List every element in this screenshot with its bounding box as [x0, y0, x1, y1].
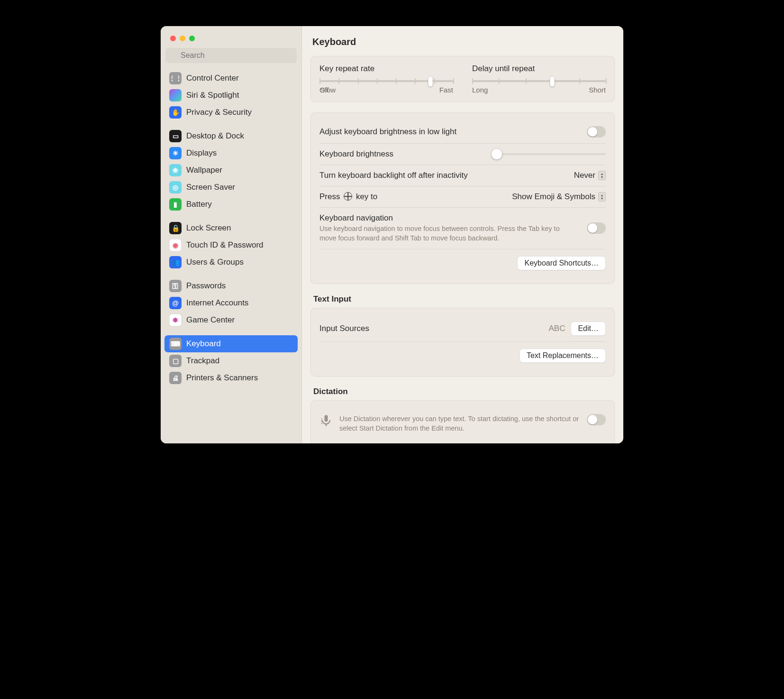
sidebar-item-label: Lock Screen — [186, 223, 231, 233]
repeat-slow-label: Slow — [320, 86, 336, 94]
sidebar-icon: ▮ — [169, 198, 182, 211]
globe-key-label: Press key to — [319, 192, 377, 202]
search-input[interactable] — [165, 48, 297, 63]
sidebar-icon: ❋ — [169, 314, 182, 326]
sidebar-item-label: Game Center — [186, 315, 235, 325]
delay-long-label: Long — [472, 86, 488, 94]
sidebar-item-label: Privacy & Security — [186, 108, 252, 117]
svg-rect-2 — [325, 415, 328, 422]
globe-key-value: Show Emoji & Symbols — [512, 192, 595, 202]
sidebar-item-desktop-dock[interactable]: ▭Desktop & Dock — [164, 128, 298, 145]
keyboard-nav-toggle[interactable] — [587, 222, 606, 234]
brightness-panel: Adjust keyboard brightness in low light … — [310, 112, 615, 284]
sidebar-icon: ⋮⋮ — [169, 72, 182, 84]
sidebar-item-internet-accounts[interactable]: @Internet Accounts — [164, 294, 298, 312]
repeat-fast-label: Fast — [439, 86, 453, 94]
backlight-off-value: Never — [574, 171, 595, 180]
delay-title: Delay until repeat — [472, 64, 606, 74]
key-repeat-title: Key repeat rate — [319, 64, 453, 74]
settings-window: ⋮⋮Control CenterSiri & Spotlight✋Privacy… — [161, 26, 623, 443]
dictation-panel: Use Dictation wherever you can type text… — [310, 400, 615, 443]
sidebar-item-label: Keyboard — [186, 339, 221, 349]
sidebar-item-label: Control Center — [186, 74, 239, 83]
dictation-header: Dictation — [310, 387, 615, 400]
window-controls — [161, 33, 301, 48]
sidebar-item-label: Internet Accounts — [186, 298, 248, 308]
sidebar-icon: ▭ — [169, 130, 182, 142]
input-sources-label: Input Sources — [319, 324, 369, 333]
svg-point-5 — [321, 421, 322, 422]
sidebar-item-label: Displays — [186, 148, 217, 158]
sidebar-item-label: Users & Groups — [186, 258, 244, 267]
stepper-icon: ▴▾ — [598, 171, 606, 180]
delay-slider[interactable] — [472, 80, 606, 82]
sidebar-icon: ▢ — [169, 355, 182, 367]
sidebar-icon: ◎ — [169, 181, 182, 193]
repeat-panel: Key repeat rate Off Slow Fast Delay unti… — [310, 56, 615, 102]
sidebar-item-label: Siri & Spotlight — [186, 91, 239, 100]
sidebar-item-touch-id-password[interactable]: ◉Touch ID & Password — [164, 237, 298, 254]
sidebar-item-control-center[interactable]: ⋮⋮Control Center — [164, 70, 298, 87]
sidebar-item-label: Desktop & Dock — [186, 131, 244, 141]
sidebar-icon: @ — [169, 297, 182, 309]
keyboard-nav-desc: Use keyboard navigation to move focus be… — [319, 224, 577, 243]
zoom-window[interactable] — [189, 36, 195, 41]
page-title: Keyboard — [310, 26, 615, 56]
sidebar-icon: ⚿ — [169, 280, 182, 292]
edit-input-sources-button[interactable]: Edit… — [571, 322, 606, 336]
brightness-slider[interactable] — [492, 153, 606, 155]
sidebar-item-keyboard[interactable]: ⌨Keyboard — [164, 335, 298, 352]
text-input-header: Text Input — [310, 294, 615, 308]
backlight-off-popup[interactable]: Never ▴▾ — [574, 171, 606, 180]
globe-key-popup[interactable]: Show Emoji & Symbols ▴▾ — [512, 192, 606, 202]
close-window[interactable] — [170, 36, 176, 41]
text-input-panel: Input Sources ABC Edit… Text Replacement… — [310, 308, 615, 377]
brightness-label: Keyboard brightness — [319, 149, 393, 159]
minimize-window[interactable] — [180, 36, 185, 41]
sidebar-item-label: Trackpad — [186, 356, 219, 366]
dictation-toggle[interactable] — [587, 414, 606, 425]
sidebar-icon: ◉ — [169, 239, 182, 251]
sidebar-nav[interactable]: ⋮⋮Control CenterSiri & Spotlight✋Privacy… — [161, 66, 301, 443]
sidebar-icon: 🔒 — [169, 222, 182, 234]
sidebar-item-lock-screen[interactable]: 🔒Lock Screen — [164, 220, 298, 237]
sidebar-icon: ☀ — [169, 147, 182, 159]
input-sources-value: ABC — [548, 324, 565, 333]
sidebar-item-passwords[interactable]: ⚿Passwords — [164, 277, 298, 294]
sidebar-icon: ✋ — [169, 106, 182, 119]
sidebar-item-label: Battery — [186, 200, 212, 209]
sidebar-item-battery[interactable]: ▮Battery — [164, 196, 298, 213]
sidebar-item-privacy-security[interactable]: ✋Privacy & Security — [164, 104, 298, 121]
dictation-desc: Use Dictation wherever you can type text… — [339, 414, 587, 433]
sidebar-icon: ❀ — [169, 164, 182, 176]
sidebar-item-label: Touch ID & Password — [186, 240, 264, 250]
keyboard-nav-label: Keyboard navigation — [319, 213, 577, 223]
sidebar-item-game-center[interactable]: ❋Game Center — [164, 312, 298, 329]
sidebar-item-wallpaper[interactable]: ❀Wallpaper — [164, 162, 298, 179]
text-replacements-button[interactable]: Text Replacements… — [520, 349, 606, 363]
keyboard-shortcuts-button[interactable]: Keyboard Shortcuts… — [517, 256, 606, 270]
sidebar-item-users-groups[interactable]: 👥Users & Groups — [164, 254, 298, 271]
sidebar-item-trackpad[interactable]: ▢Trackpad — [164, 352, 298, 369]
sidebar-item-label: Wallpaper — [186, 166, 222, 175]
sidebar: ⋮⋮Control CenterSiri & Spotlight✋Privacy… — [161, 26, 302, 443]
sidebar-icon — [169, 89, 182, 101]
microphone-icon — [319, 414, 333, 430]
sidebar-item-screen-saver[interactable]: ◎Screen Saver — [164, 179, 298, 196]
sidebar-item-label: Printers & Scanners — [186, 373, 258, 383]
sidebar-icon: ⌨ — [169, 338, 182, 350]
svg-point-4 — [321, 418, 322, 419]
sidebar-item-printers-scanners[interactable]: 🖨Printers & Scanners — [164, 369, 298, 386]
key-repeat-slider[interactable] — [319, 80, 453, 82]
main-content: Keyboard Key repeat rate Off Slow Fast D… — [302, 26, 623, 443]
backlight-off-label: Turn keyboard backlight off after inacti… — [319, 171, 468, 180]
sidebar-item-label: Passwords — [186, 281, 226, 291]
stepper-icon: ▴▾ — [598, 192, 606, 202]
delay-short-label: Short — [589, 86, 606, 94]
auto-brightness-toggle[interactable] — [587, 126, 606, 138]
globe-icon — [344, 192, 352, 201]
sidebar-item-siri-spotlight[interactable]: Siri & Spotlight — [164, 87, 298, 104]
svg-point-6 — [321, 423, 322, 423]
sidebar-icon: 🖨 — [169, 372, 182, 384]
sidebar-item-displays[interactable]: ☀Displays — [164, 145, 298, 162]
